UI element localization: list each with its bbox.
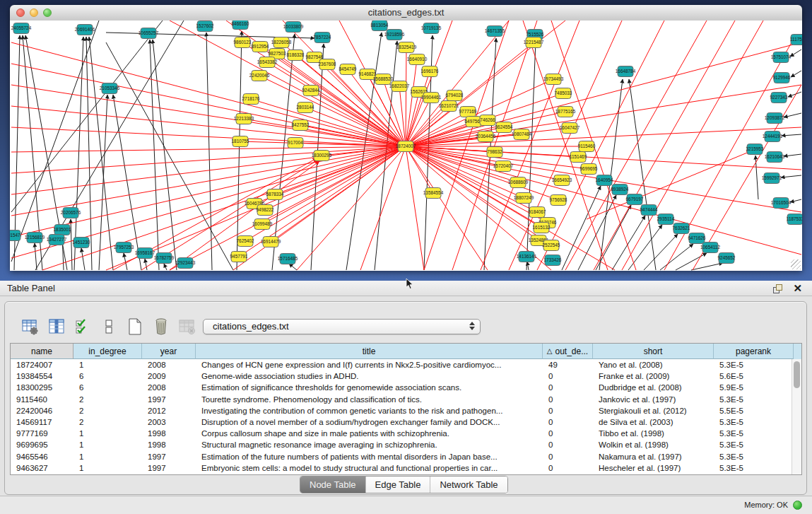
table-cell[interactable]: 19384554	[11, 372, 73, 380]
graph-node[interactable]: 9699695	[580, 164, 598, 175]
graph-node[interactable]: 3624554	[495, 122, 513, 133]
table-cell[interactable]: 0	[543, 395, 593, 404]
graph-edge[interactable]	[596, 205, 631, 270]
graph-node[interactable]: 16033809	[283, 22, 304, 33]
column-header-out-de-[interactable]: △out_de...	[543, 344, 593, 359]
table-cell[interactable]: 2012	[142, 407, 196, 415]
table-cell[interactable]: 2	[73, 418, 142, 426]
table-cell[interactable]: de Silva et al. (2003)	[593, 418, 714, 426]
table-cell[interactable]: Dudbridge et al. (2008)	[593, 383, 714, 392]
graph-edge[interactable]	[424, 21, 509, 270]
table-row[interactable]: 1830029562008Estimation of significance …	[11, 382, 801, 393]
new-table-icon[interactable]	[126, 317, 144, 336]
table-row[interactable]: 2242004622012Investigating the contribut…	[11, 405, 801, 416]
table-row[interactable]: 946554611997Estimation of the future num…	[11, 451, 801, 462]
graph-node[interactable]: 9474444	[640, 205, 658, 216]
graph-node[interactable]: 1696176	[421, 66, 439, 77]
graph-edge[interactable]	[11, 146, 406, 194]
graph-node[interactable]: 12923443	[175, 258, 196, 269]
graph-node[interactable]: 13584554	[423, 188, 444, 199]
graph-node[interactable]: 13427277	[47, 235, 67, 245]
graph-edge[interactable]	[106, 42, 233, 270]
graph-edge[interactable]	[781, 175, 801, 177]
table-select-dropdown[interactable]: citations_edges.txt	[203, 319, 481, 334]
graph-node[interactable]: 16782759	[154, 253, 175, 264]
graph-node[interactable]: 6679197	[626, 194, 644, 205]
graph-node[interactable]: 18724007	[396, 141, 416, 152]
table-cell[interactable]: 1	[73, 452, 142, 461]
graph-node[interactable]: 12156819	[25, 233, 45, 243]
graph-edge[interactable]	[784, 113, 801, 117]
graph-edge[interactable]	[289, 264, 297, 270]
table-cell[interactable]: Franke et al. (2009)	[593, 372, 714, 380]
table-cell[interactable]: 5.3E-5	[714, 361, 794, 369]
table-cell[interactable]: 2008	[142, 383, 196, 392]
graph-node[interactable]: 20206576	[61, 208, 81, 218]
table-settings-icon[interactable]	[21, 317, 40, 336]
graph-edge[interactable]	[86, 37, 92, 270]
graph-node[interactable]: 9777169	[459, 107, 477, 117]
table-cell[interactable]: 6	[73, 383, 142, 392]
graph-edge[interactable]	[74, 37, 83, 270]
graph-node[interactable]: 14136141	[517, 252, 537, 262]
graph-node[interactable]: 20691406	[75, 25, 95, 35]
graph-node[interactable]: 1117536	[790, 35, 802, 45]
column-header-in-degree[interactable]: in_degree	[73, 344, 142, 359]
graph-edge[interactable]	[612, 216, 645, 270]
graph-node[interactable]: 18226058	[271, 37, 292, 48]
table-row[interactable]: 911546021997Tourette syndrome. Phenomeno…	[11, 394, 801, 405]
network-window-titlebar[interactable]: citations_edges.txt	[10, 5, 802, 21]
graph-node[interactable]: 2803144	[297, 103, 314, 113]
tab-network-table[interactable]: Network Table	[430, 477, 507, 493]
graph-node[interactable]: 15720407	[493, 161, 514, 172]
graph-node[interactable]: 8454749	[339, 64, 357, 75]
table-cell[interactable]: Investigating the contribution of common…	[196, 407, 543, 415]
column-header-pagerank[interactable]: pagerank	[714, 344, 794, 359]
table-cell[interactable]: 5.9E-5	[714, 383, 794, 392]
graph-node[interactable]: 917004	[288, 138, 303, 148]
table-cell[interactable]: 9115460	[11, 395, 73, 404]
graph-edge[interactable]	[784, 154, 801, 156]
table-cell[interactable]: 1	[73, 429, 142, 438]
tab-edge-table[interactable]: Edge Table	[366, 477, 431, 493]
graph-node[interactable]: 1527602	[196, 21, 214, 32]
graph-node[interactable]: 1151469	[570, 152, 587, 163]
graph-edge[interactable]	[790, 199, 801, 202]
show-columns-icon[interactable]	[47, 317, 66, 336]
graph-edge[interactable]	[153, 40, 177, 270]
table-cell[interactable]: 6	[73, 372, 142, 380]
table-cell[interactable]: 1	[73, 440, 142, 449]
table-cell[interactable]: Wolkin et al. (1998)	[593, 440, 714, 449]
graph-node[interactable]: 16099489	[252, 219, 273, 230]
table-cell[interactable]: Tibbo et al. (1998)	[593, 429, 714, 438]
table-cell[interactable]: 0	[543, 372, 593, 380]
table-scrollbar[interactable]	[792, 359, 801, 474]
graph-node[interactable]: 17016504	[771, 198, 792, 209]
table-cell[interactable]: Hescheler et al. (1997)	[593, 464, 714, 472]
table-cell[interactable]: 14569117	[11, 418, 73, 426]
graph-node[interactable]: 1451230	[73, 238, 90, 248]
float-panel-icon[interactable]	[773, 284, 782, 293]
graph-node[interactable]: 12093872	[765, 113, 785, 124]
graph-node[interactable]: 16654923	[552, 175, 572, 186]
table-cell[interactable]: Corpus callosum shape and size in male p…	[196, 429, 543, 438]
table-cell[interactable]: Embryonic stem cells: a model to study s…	[196, 464, 543, 472]
graph-node[interactable]: 746266	[480, 115, 495, 126]
graph-node[interactable]: 20364456	[476, 132, 496, 142]
table-cell[interactable]: 0	[543, 452, 593, 461]
graph-edge[interactable]	[452, 21, 537, 270]
table-cell[interactable]: 2008	[142, 361, 196, 369]
graph-node[interactable]: 16210721	[439, 101, 459, 112]
table-row[interactable]: 977716911998Corpus callosum shape and si…	[11, 428, 801, 439]
graph-node[interactable]: 1640954	[596, 175, 613, 186]
graph-node[interactable]: 1810755	[232, 136, 249, 147]
table-cell[interactable]: 1997	[142, 464, 196, 472]
graph-node[interactable]: 7485033	[555, 88, 572, 99]
graph-edge[interactable]	[150, 40, 159, 270]
table-cell[interactable]: 2009	[142, 372, 196, 380]
graph-node[interactable]: 19734493	[543, 74, 564, 85]
graph-edge[interactable]	[265, 146, 406, 210]
table-cell[interactable]: 9463627	[11, 464, 73, 472]
table-cell[interactable]: 0	[543, 407, 593, 415]
graph-node[interactable]: 17957253	[114, 243, 134, 253]
